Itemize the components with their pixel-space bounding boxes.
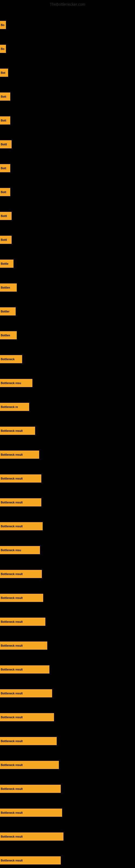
- bar-row: Bottleneck result: [0, 733, 135, 749]
- bar-row: Bottlen: [0, 327, 135, 343]
- bar-row: Bottleneck resu: [0, 375, 135, 391]
- bar-row: Bott: [0, 88, 135, 105]
- bar-row: Bottl: [0, 231, 135, 248]
- bar-label: Bott: [1, 119, 6, 122]
- bar-label: Bottleneck result: [1, 429, 23, 432]
- bar-label: Bottleneck result: [1, 764, 23, 767]
- result-bar: Bottleneck result: [0, 665, 49, 674]
- bar-row: Bottleneck result: [0, 852, 135, 868]
- result-bar: Bottl: [0, 212, 12, 220]
- result-bar: Bottl: [0, 236, 12, 244]
- bar-row: Bott: [0, 160, 135, 176]
- result-bar: Bottle: [0, 259, 13, 268]
- bar-label: Bo: [1, 48, 4, 51]
- result-bar: Bo: [0, 45, 6, 53]
- bar-label: Bottleneck result: [1, 644, 23, 647]
- bar-label: Bottleneck result: [1, 859, 23, 862]
- bar-label: Bottl: [1, 215, 7, 218]
- bar-label: Bottleneck result: [1, 501, 23, 504]
- bar-label: Bottleneck result: [1, 572, 23, 576]
- bar-row: Bo: [0, 17, 135, 33]
- bar-label: Bottler: [1, 310, 9, 313]
- result-bar: Bottleneck result: [0, 833, 63, 841]
- result-bar: Bottleneck result: [0, 498, 41, 506]
- bar-row: Bottleneck result: [0, 590, 135, 606]
- result-bar: Bottleneck result: [0, 451, 39, 459]
- result-bar: Bottler: [0, 307, 16, 315]
- result-bar: Bottleneck result: [0, 474, 41, 483]
- bar-label: Bottleneck result: [1, 835, 23, 838]
- result-bar: Bo: [0, 21, 6, 29]
- bar-row: Bottleneck result: [0, 805, 135, 821]
- bar-label: Bottleneck result: [1, 740, 23, 743]
- bar-label: Bottleneck result: [1, 620, 23, 623]
- result-bar: Bottlen: [0, 283, 17, 291]
- bar-label: Bottl: [1, 239, 7, 241]
- result-bar: Bottleneck result: [0, 689, 52, 698]
- result-bar: Bottleneck result: [0, 642, 47, 650]
- bar-row: Bottleneck result: [0, 638, 135, 654]
- bar-row: Bottleneck result: [0, 781, 135, 797]
- result-bar: Bott: [0, 116, 10, 124]
- bar-label: Bottleneck result: [1, 811, 23, 814]
- bar-label: Bottleneck result: [1, 596, 23, 599]
- bar-row: Bottleneck result: [0, 828, 135, 845]
- bar-row: Bottleneck result: [0, 566, 135, 582]
- site-title: TheBottlenecker.com: [0, 0, 135, 9]
- bar-row: Bottl: [0, 136, 135, 152]
- result-bar: Bottlen: [0, 331, 17, 339]
- bar-row: Bottleneck result: [0, 661, 135, 678]
- result-bar: Bottleneck result: [0, 594, 43, 602]
- bar-label: Bottlen: [1, 334, 10, 337]
- bar-label: Bottleneck result: [1, 716, 23, 719]
- result-bar: Bottleneck result: [0, 761, 59, 769]
- result-bar: Bottleneck result: [0, 522, 43, 530]
- bar-row: Bottleneck result: [0, 423, 135, 439]
- bar-label: Bottleneck resu: [1, 549, 21, 552]
- bar-label: Bott: [1, 191, 6, 194]
- bar-row: Bottlen: [0, 279, 135, 296]
- bar-label: Bottleneck result: [1, 525, 23, 528]
- bar-row: Bottleneck: [0, 351, 135, 367]
- bar-row: Bottleneck result: [0, 494, 135, 510]
- bar-label: Bott: [1, 167, 6, 170]
- bar-label: Bottleneck result: [1, 787, 23, 790]
- result-bar: Bottleneck resu: [0, 546, 40, 554]
- bar-label: Bottleneck result: [1, 668, 23, 671]
- result-bar: Bottleneck result: [0, 618, 45, 626]
- bar-row: Bottl: [0, 208, 135, 224]
- result-bar: Bottl: [0, 140, 12, 148]
- bar-label: Bottleneck: [1, 358, 14, 361]
- bar-row: Bottleneck result: [0, 518, 135, 534]
- result-bar: Bottleneck result: [0, 713, 54, 721]
- bar-row: Bottler: [0, 303, 135, 319]
- bar-row: Bott: [0, 112, 135, 129]
- bar-label: Bot: [1, 71, 5, 74]
- bar-label: Bottleneck result: [1, 453, 23, 456]
- bar-row: Bottleneck result: [0, 685, 135, 702]
- result-bar: Bottleneck: [0, 355, 22, 363]
- bar-label: Bottleneck resu: [1, 382, 21, 384]
- result-bar: Bottleneck re: [0, 403, 29, 411]
- result-bar: Bot: [0, 69, 8, 77]
- result-bar: Bott: [0, 188, 10, 196]
- bar-row: Bottle: [0, 255, 135, 272]
- bar-label: Bo: [1, 24, 4, 27]
- bar-row: Bottleneck re: [0, 399, 135, 415]
- bar-label: Bottl: [1, 143, 7, 146]
- bar-row: Bottleneck resu: [0, 542, 135, 558]
- bar-label: Bottleneck re: [1, 405, 18, 408]
- bar-row: Bottleneck result: [0, 614, 135, 630]
- bar-label: Bott: [1, 95, 6, 98]
- bar-row: Bot: [0, 65, 135, 81]
- bar-label: Bottleneck result: [1, 692, 23, 695]
- bar-row: Bottleneck result: [0, 757, 135, 773]
- bar-row: Bottleneck result: [0, 709, 135, 725]
- result-bar: Bottleneck result: [0, 737, 57, 745]
- bar-row: Bottleneck result: [0, 470, 135, 487]
- bar-label: Bottlen: [1, 286, 10, 289]
- result-bar: Bottleneck resu: [0, 379, 32, 387]
- bar-label: Bottleneck result: [1, 477, 23, 480]
- bar-row: Bott: [0, 184, 135, 200]
- result-bar: Bottleneck result: [0, 856, 61, 865]
